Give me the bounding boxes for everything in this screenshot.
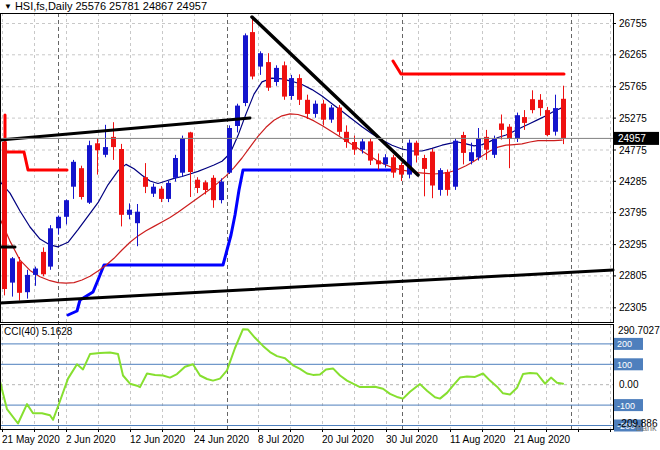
price-tick-label: 24775 — [619, 145, 647, 156]
price-tick-label: 26755 — [619, 18, 647, 29]
candle-bull — [360, 139, 365, 154]
candle-body — [56, 217, 61, 229]
candle-body — [445, 172, 450, 190]
candle-bull — [166, 181, 171, 202]
candle-body — [227, 128, 232, 173]
candles-layer — [2, 18, 566, 300]
candle-body — [203, 182, 208, 190]
date-tick-label: 2 Jun 2020 — [66, 434, 116, 445]
candle-bear — [203, 180, 208, 194]
date-tick-label: 20 Jul 2020 — [322, 434, 374, 445]
candle-bull — [219, 178, 224, 203]
candle-body — [297, 78, 302, 100]
candle-body — [422, 158, 427, 169]
cci-line — [0, 329, 563, 423]
candle-bear — [159, 186, 164, 202]
candle-body — [399, 165, 404, 175]
candle-body — [166, 183, 171, 199]
candle-bull — [151, 184, 156, 198]
candle-body — [41, 252, 46, 274]
candle-body — [476, 138, 481, 157]
cci-level-tag-label: -100 — [617, 401, 635, 411]
candle-body — [321, 104, 326, 120]
candle-body — [344, 132, 349, 142]
candle-bear — [368, 139, 373, 165]
candle-bear — [95, 138, 100, 174]
candle-body — [135, 212, 140, 224]
candle-bear — [111, 122, 116, 160]
candle-bear — [344, 125, 349, 147]
candle-bull — [453, 138, 458, 190]
candle-body — [499, 124, 504, 130]
candle-bear — [188, 132, 193, 197]
ohlc-open: 25576 — [75, 0, 106, 12]
candle-body — [313, 104, 318, 114]
cci-zero-label: 0.00 — [619, 379, 639, 390]
candle-bear — [41, 247, 46, 276]
candle-body — [143, 177, 148, 187]
current-price-tag-label: 24957 — [618, 133, 646, 144]
candle-body — [438, 170, 443, 190]
candle-bear — [143, 163, 148, 193]
candle-body — [368, 141, 373, 160]
candle-body — [180, 138, 185, 173]
date-tick-label: 21 May 2020 — [2, 434, 60, 445]
candle-body — [553, 108, 558, 132]
candle-body — [33, 269, 38, 275]
candle-body — [282, 65, 287, 96]
candle-body — [2, 142, 7, 289]
trendline-upper[interactable] — [0, 118, 250, 140]
candle-bull — [48, 225, 53, 270]
candle-bear — [530, 90, 535, 113]
candle-bear — [430, 149, 435, 198]
candle-body — [71, 162, 76, 187]
candle-body — [219, 182, 224, 201]
ohlc-low: 24867 — [143, 0, 174, 12]
date-tick-label: 12 Jun 2020 — [130, 434, 185, 445]
candle-body — [10, 258, 15, 282]
candle-bear — [484, 130, 489, 160]
candle-bull — [515, 113, 520, 142]
ohlc-close: 24957 — [176, 0, 207, 12]
candle-bear — [538, 94, 543, 116]
candle-bull — [87, 141, 92, 204]
left-red-level-line[interactable] — [5, 115, 67, 170]
candle-body — [453, 141, 458, 187]
candle-bull — [127, 203, 132, 219]
cci-max-label: 290.7027 — [618, 325, 660, 336]
candle-bull — [313, 101, 318, 118]
candle-bear — [422, 155, 427, 197]
candle-body — [383, 157, 388, 164]
candle-bear — [445, 170, 450, 196]
candle-body — [151, 187, 156, 194]
candle-bull — [258, 51, 263, 75]
candle-body — [561, 99, 566, 139]
symbol-dropdown-icon[interactable]: ▼ — [0, 2, 15, 11]
candle-body — [87, 145, 92, 203]
candle-body — [329, 108, 334, 120]
date-tick-label: 8 Jul 2020 — [258, 434, 305, 445]
candle-bull — [407, 140, 412, 179]
candle-body — [127, 210, 132, 215]
price-tick-label: 25275 — [619, 113, 647, 124]
candle-bull — [180, 136, 185, 177]
chart-title-bar: ▼HSI,fs,Daily 25576 25781 24867 24957 — [0, 0, 660, 13]
price-chart-canvas: 2495726755262652576525275247752428523795… — [0, 0, 660, 450]
price-tick-label: 24285 — [619, 176, 647, 187]
candle-body — [17, 262, 22, 293]
candle-body — [235, 106, 240, 126]
candle-bear — [545, 107, 550, 136]
candle-body — [250, 32, 255, 76]
candle-bull — [56, 216, 61, 235]
candle-body — [159, 189, 164, 199]
candle-bear — [2, 139, 7, 296]
candle-bear — [561, 86, 566, 144]
candle-bear — [266, 53, 271, 91]
trendline-descending[interactable] — [252, 17, 418, 175]
date-tick-label: 21 Aug 2020 — [514, 434, 571, 445]
candle-bull — [438, 168, 443, 196]
candle-bull — [289, 75, 294, 100]
candle-body — [95, 143, 100, 150]
cci-level-tag-label: 200 — [617, 339, 632, 349]
price-tick-label: 25765 — [619, 81, 647, 92]
